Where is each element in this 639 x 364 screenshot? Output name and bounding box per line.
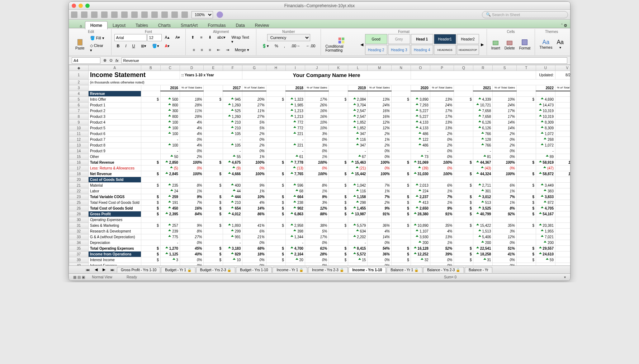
save-icon[interactable]: [71, 11, 77, 18]
view-buttons-icon[interactable]: ▦ ▤ ▣: [73, 275, 85, 279]
data-cell[interactable]: 1%: [242, 154, 266, 160]
data-cell[interactable]: [141, 148, 160, 154]
worksheet-tab[interactable]: Gross Profit - Yrs 1-10: [117, 267, 160, 273]
data-cell[interactable]: 268: [536, 137, 555, 143]
worksheet-tab[interactable]: Budget - Yrs 2-3 🔒: [196, 267, 235, 273]
data-cell[interactable]: 257: [160, 223, 180, 229]
worksheet-tab[interactable]: Balance - Yr: [465, 267, 492, 273]
data-cell[interactable]: 39%: [430, 252, 454, 257]
data-cell[interactable]: [329, 125, 348, 131]
section-header[interactable]: Revenue: [89, 91, 141, 97]
formula-input[interactable]: [122, 57, 567, 64]
data-cell[interactable]: $: [141, 97, 160, 102]
data-cell[interactable]: 0%: [368, 257, 392, 263]
merge-button[interactable]: Merge ▾: [232, 47, 252, 53]
style-grey[interactable]: Grey: [388, 34, 410, 44]
data-cell[interactable]: 8%: [305, 183, 329, 188]
data-cell[interactable]: 298: [348, 200, 368, 206]
data-cell[interactable]: 0%: [305, 137, 329, 143]
data-cell[interactable]: 1%: [242, 188, 266, 194]
data-cell[interactable]: 1,213: [285, 108, 305, 114]
data-cell[interactable]: 100%: [180, 171, 204, 177]
data-cell[interactable]: 800: [160, 114, 180, 120]
data-cell[interactable]: 221: [285, 131, 305, 137]
data-cell[interactable]: 8%: [180, 229, 204, 234]
data-cell[interactable]: [391, 137, 411, 143]
data-cell[interactable]: $: [329, 97, 348, 102]
style-headingstop[interactable]: HEADINGSTOP: [457, 45, 479, 55]
data-cell[interactable]: 0%: [555, 137, 570, 143]
data-cell[interactable]: [266, 143, 285, 148]
row-header-33[interactable]: 33: [69, 234, 89, 240]
data-cell[interactable]: 634: [348, 229, 368, 234]
col-header-H[interactable]: H: [266, 65, 285, 71]
data-cell[interactable]: 1,852: [348, 125, 368, 131]
data-cell[interactable]: $: [141, 257, 160, 263]
data-cell[interactable]: 7,778: [285, 160, 305, 166]
col-header-I[interactable]: I: [285, 65, 305, 71]
data-cell[interactable]: 21%: [242, 234, 266, 240]
title-cell[interactable]: Income Statement: [89, 71, 180, 80]
data-cell[interactable]: 0%: [493, 263, 517, 266]
data-cell[interactable]: 31: [473, 257, 493, 263]
row-label[interactable]: Product 7: [89, 137, 141, 143]
data-cell[interactable]: $: [141, 194, 160, 200]
data-cell[interactable]: $: [266, 223, 285, 229]
data-cell[interactable]: 44,324: [473, 171, 493, 177]
data-cell[interactable]: 0%: [242, 166, 266, 171]
data-cell[interactable]: $: [141, 211, 160, 217]
data-cell[interactable]: 902: [285, 206, 305, 211]
row-header-26[interactable]: 26: [69, 206, 89, 211]
data-cell[interactable]: $: [204, 257, 223, 263]
data-cell[interactable]: [141, 166, 160, 171]
data-cell[interactable]: 7,658: [473, 108, 493, 114]
data-cell[interactable]: 1,893: [223, 223, 242, 229]
data-cell[interactable]: $: [266, 183, 285, 188]
data-cell[interactable]: [391, 120, 411, 125]
data-cell[interactable]: 41%: [493, 252, 517, 257]
data-cell[interactable]: $: [266, 252, 285, 257]
data-cell[interactable]: 88%: [305, 211, 329, 217]
row-label[interactable]: Product 3: [89, 114, 141, 120]
data-cell[interactable]: 13%: [430, 120, 454, 125]
data-cell[interactable]: 24%: [368, 102, 392, 108]
data-cell[interactable]: 210: [223, 125, 242, 131]
data-cell[interactable]: 1%: [430, 188, 454, 194]
data-cell[interactable]: 2%: [555, 131, 570, 137]
data-cell[interactable]: 239: [160, 229, 180, 234]
data-cell[interactable]: 27%: [242, 102, 266, 108]
data-cell[interactable]: $: [204, 183, 223, 188]
worksheet-tab[interactable]: Balance - Yr 1 🔒: [387, 267, 422, 273]
data-cell[interactable]: 210: [223, 200, 242, 206]
align-right-button[interactable]: ≡: [206, 47, 213, 53]
data-cell[interactable]: 0%: [493, 257, 517, 263]
data-cell[interactable]: 22,541: [473, 246, 493, 252]
data-cell[interactable]: 100%: [430, 171, 454, 177]
data-cell[interactable]: $: [204, 223, 223, 229]
currency-button[interactable]: 💲▾: [259, 43, 271, 49]
data-cell[interactable]: 0%: [555, 263, 570, 266]
data-cell[interactable]: [141, 154, 160, 160]
underline-button[interactable]: U: [130, 43, 138, 49]
data-cell[interactable]: [391, 114, 411, 120]
data-cell[interactable]: 16%: [305, 114, 329, 120]
data-cell[interactable]: [454, 240, 473, 246]
pct-header[interactable]: % of Total Sales: [242, 85, 266, 91]
data-cell[interactable]: 0%: [242, 257, 266, 263]
data-cell[interactable]: 100%: [368, 160, 392, 166]
data-cell[interactable]: 1%: [368, 137, 392, 143]
data-cell[interactable]: -: [536, 263, 555, 266]
data-cell[interactable]: 7%: [430, 194, 454, 200]
row-header-28[interactable]: 28: [69, 211, 89, 217]
ribbon-tab-formulas[interactable]: Formulas: [203, 21, 231, 29]
data-cell[interactable]: 44: [223, 188, 242, 194]
col-header-V[interactable]: V: [555, 65, 570, 71]
data-cell[interactable]: 2%: [493, 131, 517, 137]
data-cell[interactable]: 4,675: [223, 160, 242, 166]
data-cell[interactable]: [329, 143, 348, 148]
data-cell[interactable]: -: [536, 148, 555, 154]
data-cell[interactable]: $: [391, 223, 411, 229]
updated-label-cell[interactable]: Updated:: [536, 71, 555, 80]
data-cell[interactable]: 3%: [555, 229, 570, 234]
data-cell[interactable]: [516, 229, 536, 234]
